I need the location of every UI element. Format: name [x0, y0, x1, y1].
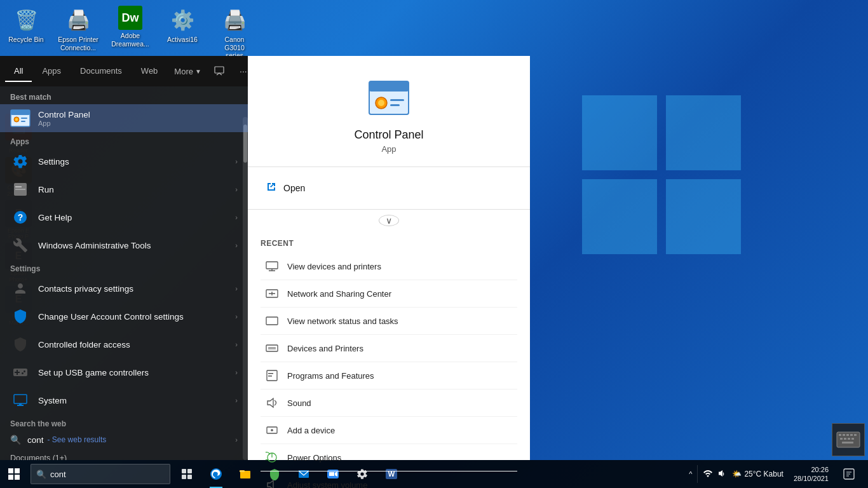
uac-title: Change User Account Control settings: [38, 312, 235, 322]
controlled-folder-item[interactable]: Controlled folder access ›: [0, 330, 248, 358]
svg-rect-50: [843, 434, 845, 436]
win-admin-tools-item[interactable]: Windows Administrative Tools ›: [0, 231, 248, 259]
search-tabs: All Apps Documents Web More ▼ ···: [0, 56, 248, 86]
recent-programs-features[interactable]: Programs and Features: [261, 362, 517, 390]
contacts-privacy-title: Contacts privacy settings: [38, 284, 235, 294]
more-chevron-icon: ▼: [195, 68, 201, 75]
power-options-text: Power Options: [287, 453, 341, 463]
usb-game-item[interactable]: Set up USB game controllers ›: [0, 358, 248, 386]
svg-rect-20: [390, 104, 400, 106]
contacts-privacy-item[interactable]: Contacts privacy settings ›: [0, 274, 248, 302]
tab-more[interactable]: More ▼: [168, 62, 208, 81]
epson-label: Epson PrinterConnectio...: [58, 36, 98, 51]
svg-rect-58: [842, 442, 853, 444]
recent-adjust-volume[interactable]: Adjust system volume: [261, 471, 517, 488]
adobe-dw-label: AdobeDreamwea...: [111, 32, 149, 48]
search-menu: All Apps Documents Web More ▼ ···: [0, 56, 530, 460]
uac-arrow: ›: [235, 313, 238, 320]
recent-view-devices[interactable]: View devices and printers: [261, 253, 517, 280]
recent-network-sharing[interactable]: Network and Sharing Center: [261, 280, 517, 308]
controlled-folder-text: Controlled folder access: [38, 340, 235, 349]
win-admin-tools-icon: [10, 235, 31, 255]
recent-power-options[interactable]: Power Options: [261, 444, 517, 471]
svg-rect-27: [268, 373, 273, 374]
sound-tray-icon[interactable]: [717, 468, 727, 480]
network-tray-icon[interactable]: [703, 468, 713, 480]
taskbar-search-icon: 🔍: [36, 470, 46, 479]
taskbar-search-input[interactable]: [50, 470, 165, 479]
edge-button[interactable]: [202, 460, 230, 488]
windows-logo-watermark: [582, 95, 741, 254]
task-view-button[interactable]: [173, 460, 201, 488]
weather-icon: 🌤️: [732, 470, 742, 478]
settings-title: Settings: [38, 157, 235, 166]
taskbar-tray: ^ 🌤️ 25°C Kabut 20:26 28/10/2021: [684, 460, 868, 488]
get-help-item[interactable]: ? Get Help ›: [0, 203, 248, 231]
svg-text:?: ?: [18, 212, 24, 222]
svg-rect-42: [240, 470, 245, 472]
right-control-panel-icon: [366, 75, 412, 121]
system-text: System: [38, 396, 235, 405]
adobe-dw-icon: Dw: [118, 6, 142, 30]
recent-sound[interactable]: Sound: [261, 390, 517, 417]
sound-text: Sound: [287, 398, 311, 408]
svg-rect-31: [8, 468, 13, 473]
web-see-results-text: - See web results: [48, 435, 107, 444]
start-button[interactable]: [0, 460, 28, 488]
settings-item[interactable]: Settings ›: [0, 147, 248, 175]
best-match-item[interactable]: Control Panel App: [0, 104, 248, 132]
tab-web[interactable]: Web: [132, 61, 167, 82]
tab-documents[interactable]: Documents: [71, 61, 131, 82]
recent-view-network[interactable]: View network status and tasks: [261, 308, 517, 335]
view-devices-icon: [263, 257, 281, 275]
web-search-item[interactable]: 🔍 cont - See web results ›: [0, 430, 248, 450]
view-network-text: View network status and tasks: [287, 316, 398, 326]
uac-icon: [10, 306, 31, 327]
svg-rect-28: [268, 376, 272, 377]
search-feedback-icon[interactable]: [209, 61, 229, 81]
settings-arrow-icon: ›: [235, 158, 238, 165]
tab-apps[interactable]: Apps: [33, 61, 70, 82]
svg-rect-49: [839, 434, 841, 436]
sound-icon: [263, 394, 281, 412]
tab-all[interactable]: All: [5, 61, 32, 82]
recent-add-device[interactable]: Add a device: [261, 417, 517, 444]
svg-rect-13: [17, 405, 24, 406]
notification-center-button[interactable]: [835, 460, 863, 488]
uac-item[interactable]: Change User Account Control settings ›: [0, 302, 248, 330]
svg-rect-33: [8, 475, 13, 480]
taskbar-search-box[interactable]: 🔍: [31, 464, 170, 484]
get-help-arrow-icon: ›: [235, 214, 238, 221]
svg-rect-36: [187, 469, 192, 473]
recent-label: Recent: [261, 239, 517, 248]
system-item[interactable]: System ›: [0, 386, 248, 414]
chevron-down-icon: ∨: [386, 215, 392, 226]
contacts-privacy-arrow: ›: [235, 285, 238, 292]
recent-devices-printers[interactable]: Devices and Printers: [261, 335, 517, 362]
documents-label: Documents (1+): [10, 454, 67, 460]
desktop: 🗑️ Recycle Bin 🖨️ Epson PrinterConnectio…: [0, 0, 868, 488]
get-help-title: Get Help: [38, 213, 235, 222]
tray-chevron-icon[interactable]: ^: [689, 470, 692, 478]
win-admin-tools-text: Windows Administrative Tools: [38, 241, 235, 250]
tray-clock[interactable]: 20:26 28/10/2021: [789, 465, 834, 484]
win-admin-arrow-icon: ›: [235, 241, 238, 249]
svg-rect-23: [266, 317, 278, 325]
run-item[interactable]: Run ›: [0, 175, 248, 203]
tray-weather[interactable]: 🌤️ 25°C Kabut: [728, 470, 787, 478]
search-results: Best match Contro: [0, 86, 248, 460]
usb-game-text: Set up USB game controllers: [38, 368, 235, 377]
view-network-icon: [263, 312, 281, 330]
network-sharing-text: Network and Sharing Center: [287, 289, 391, 299]
svg-rect-56: [848, 438, 850, 440]
recycle-bin-label: Recycle Bin: [8, 36, 43, 44]
run-title: Run: [38, 185, 235, 194]
documents-row[interactable]: Documents (1+): [0, 450, 248, 460]
canon-icon: 🖨️: [220, 6, 248, 34]
expand-button[interactable]: ∨: [379, 215, 399, 226]
system-arrow: ›: [235, 396, 238, 404]
network-sharing-icon: [263, 285, 281, 302]
open-button[interactable]: Open: [261, 177, 517, 199]
tray-time-value: 20:26: [794, 465, 829, 474]
settings-icon: [10, 151, 31, 172]
